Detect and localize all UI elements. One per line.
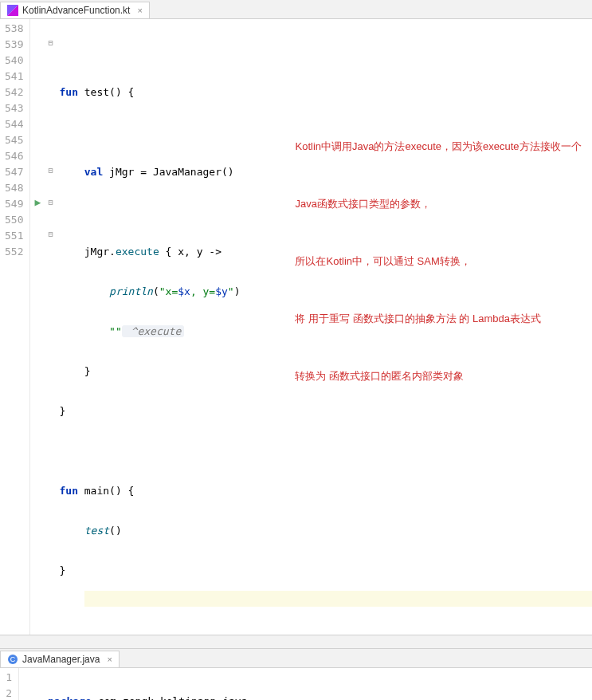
line-numbers: 123 456 78 (0, 668, 19, 700)
code-area[interactable]: package com.zengk.koltinapp.java; public… (45, 668, 592, 700)
gutter: 538539540 541542543 544545546 547548549 … (0, 19, 56, 635)
annotation-column: ▶ (30, 19, 45, 635)
tab-java-manager[interactable]: C JavaManager.java × (0, 651, 120, 667)
tab-kotlin-file[interactable]: KotlinAdvanceFunction.kt × (0, 2, 150, 18)
tab-bar-1: KotlinAdvanceFunction.kt × (0, 0, 592, 19)
fold-icon[interactable]: ⊟ (45, 195, 56, 210)
close-icon[interactable]: × (137, 6, 142, 15)
svg-text:C: C (10, 655, 16, 663)
tab-label: KotlinAdvanceFunction.kt (22, 5, 130, 16)
tab-bar-2: C JavaManager.java × (0, 649, 592, 668)
fold-icon[interactable]: ⊟ (45, 35, 56, 51)
tab-label: JavaManager.java (22, 654, 100, 665)
close-icon[interactable]: × (107, 655, 112, 664)
editor-java-manager[interactable]: 123 456 78 @ ⊟⊟ ⊟⊟ package com.zengk.kol… (0, 668, 592, 700)
editor-kotlin[interactable]: 538539540 541542543 544545546 547548549 … (0, 19, 592, 635)
line-numbers: 538539540 541542543 544545546 547548549 … (0, 19, 30, 635)
kotlin-file-icon (7, 5, 18, 16)
annotation-overlay: Kotlin中调用Java的方法execute，因为该execute方法接收一个… (295, 99, 581, 424)
inlay-hint: ^execute (122, 325, 184, 337)
fold-column: ⊟ ⊟ ⊟⊟ (45, 19, 56, 635)
java-class-icon: C (7, 654, 18, 665)
code-area[interactable]: fun test() { val jMgr = JavaManager() jM… (56, 19, 592, 635)
run-gutter-icon[interactable]: ▶ (30, 195, 45, 210)
